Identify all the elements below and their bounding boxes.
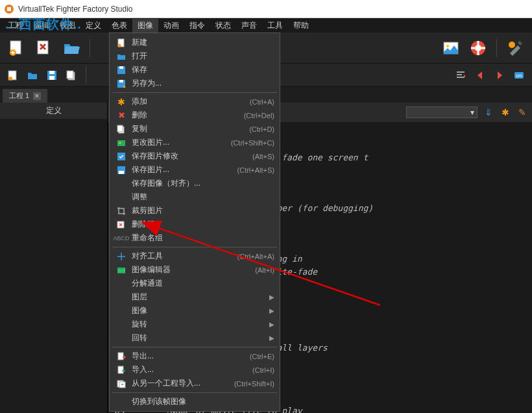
menu-shortcut: (Ctrl+Shift+C)	[231, 139, 274, 147]
image-menu-dropdown: 新建打开保存另存为...✱添加(Ctrl+A)✖删除(Ctrl+Del)复制(C…	[109, 32, 280, 412]
svg-point-9	[509, 42, 515, 48]
tab-label: 工程 1	[9, 91, 29, 101]
menu-item-label: 保存图像（对齐）...	[128, 178, 274, 189]
menu-item-3[interactable]: 另存为...	[110, 77, 280, 90]
save-icon	[115, 66, 128, 75]
menu-image[interactable]: 图像	[132, 19, 158, 32]
menu-item-7[interactable]: 复制(Ctrl+D)	[110, 122, 280, 136]
menu-animation[interactable]: 动画	[158, 19, 184, 32]
menu-item-6[interactable]: ✖删除(Ctrl+Del)	[110, 108, 280, 122]
star-button[interactable]: ✱	[500, 106, 511, 118]
menu-item-label: 对齐工具	[128, 251, 237, 262]
delgrp-icon	[115, 220, 128, 229]
tb2-save-button[interactable]	[44, 68, 60, 83]
menu-define[interactable]: 定义	[80, 19, 106, 32]
tb-settings-button[interactable]	[503, 36, 527, 60]
menu-item-label: 切换到该帧图像	[128, 396, 274, 407]
submenu-arrow-icon: ▶	[269, 294, 274, 301]
app-icon	[4, 4, 14, 14]
svg-rect-16	[67, 71, 73, 79]
menu-sound[interactable]: 声音	[236, 19, 262, 32]
menu-item-22[interactable]: 旋转▶	[110, 318, 280, 331]
tb2-doc1-button[interactable]	[5, 68, 21, 83]
menu-item-20[interactable]: 图层▶	[110, 290, 280, 304]
menu-item-label: 图层	[128, 292, 269, 303]
menu-palette[interactable]: 色表	[106, 19, 132, 32]
tb2-cm-button[interactable]: cm	[511, 68, 527, 83]
menu-help[interactable]: 帮助	[288, 19, 314, 32]
menu-item-18[interactable]: 图像编辑器(Alt+I)	[110, 263, 280, 277]
edit-button[interactable]: ✎	[516, 106, 528, 118]
tb-picture-button[interactable]	[439, 36, 463, 60]
dropdown-selector[interactable]: ▾	[406, 106, 478, 118]
menu-shortcut: (Ctrl+D)	[249, 125, 274, 133]
copy-icon	[115, 125, 128, 134]
menu-item-0[interactable]: 新建	[110, 36, 280, 49]
menu-item-12[interactable]: 调整	[110, 190, 280, 204]
svg-point-20	[118, 44, 121, 47]
menu-item-26[interactable]: 导入...(Ctrl+I)	[110, 363, 280, 377]
menu-item-label: 旋转	[128, 319, 269, 330]
menu-item-17[interactable]: 对齐工具(Ctrl+Alt+A)	[110, 249, 280, 263]
menu-item-21[interactable]: 图像▶	[110, 304, 280, 318]
menu-item-23[interactable]: 回转▶	[110, 331, 280, 345]
project-tab[interactable]: 工程 1 ✕	[3, 89, 47, 103]
menu-item-10[interactable]: 保存图片...(Ctrl+Alt+S)	[110, 163, 280, 177]
svg-rect-1	[7, 7, 11, 11]
svg-rect-22	[119, 66, 123, 69]
menu-item-label: 另存为...	[128, 78, 274, 89]
menu-item-label: 裁剪图片	[128, 205, 274, 216]
menu-item-27[interactable]: 从另一个工程导入...(Ctrl+Shift+I)	[110, 377, 280, 390]
tb2-right-button[interactable]	[492, 68, 507, 83]
del-icon: ✖	[115, 110, 128, 120]
menu-item-29[interactable]: 切换到该帧图像	[110, 395, 280, 408]
menu-tools[interactable]: 工具	[262, 19, 288, 32]
replace-icon	[115, 138, 128, 147]
menu-item-1[interactable]: 打开	[110, 49, 280, 63]
menu-item-15[interactable]: ABCD重命名组	[110, 231, 280, 245]
menu-separator	[112, 247, 277, 247]
importp-icon	[115, 379, 128, 388]
menu-state[interactable]: 状态	[210, 19, 236, 32]
menu-item-label: 保存	[128, 64, 274, 75]
window-title: VirtuallTek Fighter Factory Studio	[18, 5, 133, 14]
menu-item-2[interactable]: 保存	[110, 63, 280, 77]
menu-item-19[interactable]: 分解通道	[110, 277, 280, 290]
crop-icon	[115, 206, 128, 216]
tb-sep	[90, 39, 90, 57]
tb-help-button[interactable]	[466, 36, 490, 60]
tb2-indent-button[interactable]	[453, 68, 468, 83]
menu-item-5[interactable]: ✱添加(Ctrl+A)	[110, 95, 280, 108]
menu-item-label: 重命名组	[128, 232, 274, 244]
menu-item-label: 添加	[128, 96, 250, 107]
menu-item-8[interactable]: 更改图片...(Ctrl+Shift+C)	[110, 136, 280, 149]
menu-item-label: 保存图片...	[128, 164, 237, 175]
menu-item-label: 删除组	[128, 219, 274, 230]
tb2-left-button[interactable]	[472, 68, 488, 83]
saveas-icon	[115, 79, 128, 88]
goto-down-button[interactable]: ⇓	[483, 106, 494, 118]
close-icon[interactable]: ✕	[33, 92, 41, 100]
menu-shortcut: (Ctrl+Del)	[244, 112, 274, 119]
tb-open-button[interactable]	[60, 36, 83, 60]
import-icon	[115, 366, 128, 375]
rename-icon: ABCD	[115, 235, 128, 242]
menu-separator	[112, 92, 277, 93]
menu-shortcut: (Ctrl+A)	[250, 98, 274, 106]
menu-item-25[interactable]: 导出...(Ctrl+E)	[110, 349, 280, 363]
tb-delete-button[interactable]	[32, 36, 56, 60]
tb-new-button[interactable]	[5, 36, 29, 60]
watermark-text: ..:西西软件..	[5, 16, 82, 33]
tb2-docs-button[interactable]	[64, 68, 79, 83]
menu-item-11[interactable]: 保存图像（对齐）...	[110, 177, 280, 190]
add-icon: ✱	[115, 97, 128, 107]
align-icon	[115, 252, 128, 261]
menu-item-9[interactable]: 保存图片修改(Alt+S)	[110, 149, 280, 163]
menu-shortcut: (Ctrl+Shift+I)	[234, 380, 274, 388]
svg-point-6	[446, 45, 449, 47]
menu-item-14[interactable]: 删除组	[110, 218, 280, 231]
tb2-folder-button[interactable]	[25, 68, 40, 83]
tb-sep	[496, 39, 497, 57]
menu-item-13[interactable]: 裁剪图片	[110, 204, 280, 218]
menu-command[interactable]: 指令	[184, 19, 210, 32]
